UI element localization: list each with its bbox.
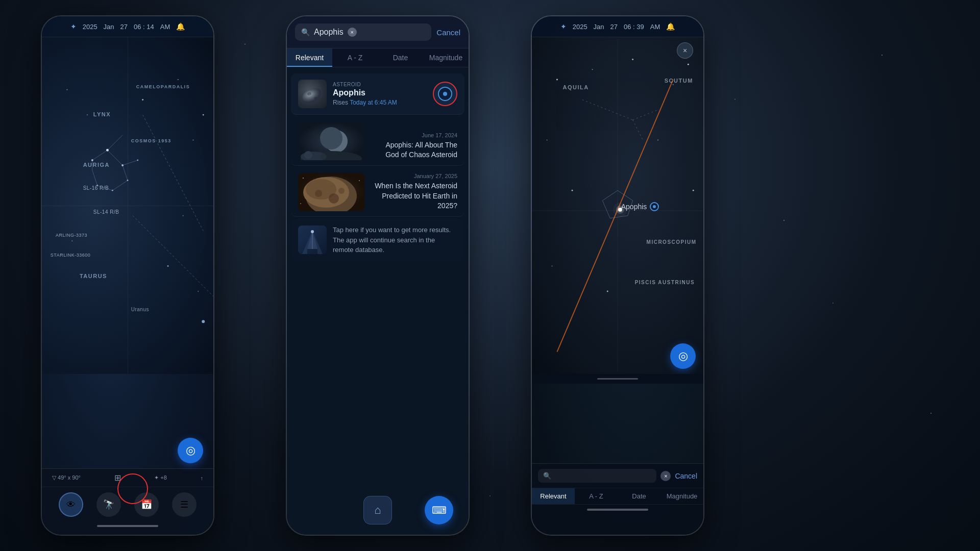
apophis-category: Asteroid (333, 82, 427, 87)
nav-calendar-button[interactable]: 📅 (134, 492, 159, 517)
svg-point-27 (320, 127, 342, 149)
tab-relevant-label: Relevant (296, 54, 324, 62)
right-month: Jan (594, 23, 604, 31)
center-phone: 🔍 Apophis × Cancel Relevant A - Z Date M… (286, 15, 470, 536)
svg-point-12 (87, 114, 88, 115)
right-tab-date-label: Date (632, 492, 646, 500)
clear-icon: × (351, 29, 354, 35)
scroll-bar (597, 378, 638, 380)
svg-line-68 (602, 201, 610, 218)
right-home-indicator (587, 509, 648, 511)
keyboard-icon: ⌨ (432, 504, 447, 516)
right-fab-icon: ◎ (678, 349, 688, 363)
crosshair-horizontal (42, 206, 213, 206)
nav-sky-button[interactable]: 👁 (59, 492, 83, 517)
svg-point-13 (142, 99, 143, 101)
left-sky-map[interactable]: LYNX CAMELOPARDALIS COSMOS 1953 AURIGA S… (42, 37, 213, 374)
svg-point-16 (203, 114, 204, 116)
svg-point-20 (183, 215, 184, 216)
svg-line-1 (122, 160, 138, 165)
right-search-input[interactable]: 🔍 (538, 469, 656, 483)
right-day: 27 (610, 23, 618, 31)
microscopium-label: MICROSCOPIUM (647, 239, 697, 245)
left-bottom-nav: ▽ 49° x 90° ⊞ ✦ +8 ↑ 👁 🔭 📅 ☰ (42, 468, 213, 535)
left-ampm: AM (160, 23, 170, 31)
right-tab-az[interactable]: A - Z (575, 488, 618, 504)
svg-line-2 (143, 115, 204, 231)
tab-magnitude[interactable]: Magnitude (423, 48, 469, 67)
svg-point-40 (359, 180, 360, 181)
rises-time: Today at 6:45 AM (350, 99, 397, 106)
news-item-1[interactable]: June 17, 2024 Apophis: All About The God… (291, 117, 464, 166)
stars-label: ✦ +8 (154, 474, 167, 481)
right-fab-button[interactable]: ◎ (670, 343, 696, 369)
upload-icon: ↑ (200, 475, 203, 481)
svg-point-48 (556, 79, 558, 80)
svg-point-7 (112, 190, 113, 191)
svg-point-55 (657, 140, 658, 141)
right-bell-icon: 🔔 (666, 22, 675, 31)
right-bottom-bar: 🔍 × Cancel Relevant A - Z Date Magnitude (532, 463, 703, 535)
apophis-target-icon (650, 202, 659, 211)
target-center-dot (443, 92, 447, 96)
news-thumb-1 (298, 122, 364, 160)
close-button[interactable]: × (677, 42, 693, 59)
svg-point-51 (673, 84, 674, 85)
tab-az[interactable]: A - Z (332, 48, 378, 67)
home-button[interactable]: ⌂ (363, 496, 392, 524)
sl16-label: SL-16 R/B (83, 185, 109, 191)
tab-az-label: A - Z (348, 54, 363, 62)
right-cancel-button[interactable]: Cancel (675, 472, 697, 480)
starlink-label: STARLINK-33600 (51, 253, 90, 258)
right-tab-magnitude-label: Magnitude (667, 492, 698, 500)
home-indicator (97, 525, 158, 527)
apophis-title: Apophis (333, 88, 427, 97)
right-year: 2025 (573, 23, 587, 31)
asteroid-svg (298, 80, 327, 108)
apophis-result-item[interactable]: Asteroid Apophis Rises Today at 6:45 AM (291, 73, 464, 115)
tab-relevant[interactable]: Relevant (287, 48, 332, 67)
right-sky-view[interactable]: AQUILA SCUTUM MICROSCOPIUM PISCIS AUSTRI… (532, 37, 703, 374)
rises-label: Rises (333, 99, 348, 106)
right-sky-svg (532, 37, 703, 374)
svg-line-3 (133, 216, 213, 317)
tab-date[interactable]: Date (378, 48, 423, 67)
right-tab-date[interactable]: Date (618, 488, 660, 504)
news-date-1: June 17, 2024 (373, 132, 457, 138)
svg-point-21 (202, 320, 205, 323)
search-clear-button[interactable]: × (348, 28, 357, 37)
lynx-label: LYNX (93, 111, 111, 117)
tab-magnitude-label: Magnitude (429, 54, 462, 62)
svg-point-53 (547, 140, 548, 141)
right-search-clear[interactable]: × (660, 471, 671, 481)
location-fab-button[interactable]: ◎ (178, 438, 203, 463)
svg-point-37 (315, 190, 322, 197)
svg-line-0 (107, 135, 122, 151)
left-screen: ✦ 2025 Jan 27 06 : 14 AM 🔔 (42, 16, 213, 535)
right-tab-relevant[interactable]: Relevant (532, 488, 575, 504)
more-results-item[interactable]: Tap here if you want to get more results… (291, 219, 464, 261)
search-input-wrap[interactable]: 🔍 Apophis × (295, 23, 431, 41)
tab-date-label: Date (393, 54, 408, 62)
svg-point-49 (592, 69, 593, 70)
nav-menu-button[interactable]: ☰ (172, 492, 197, 517)
taurus-label: TAURUS (80, 273, 107, 279)
keyboard-button[interactable]: ⌨ (425, 496, 453, 524)
svg-line-64 (602, 190, 618, 201)
svg-point-31 (321, 154, 327, 160)
telescope-nav-icon: 🔭 (103, 499, 114, 510)
target-apophis-button[interactable] (433, 82, 457, 106)
svg-point-5 (106, 149, 109, 152)
corridor-svg (298, 226, 327, 254)
nav-telescope-button[interactable]: 🔭 (96, 492, 121, 517)
apophis-result-content: Asteroid Apophis Rises Today at 6:45 AM (333, 82, 427, 106)
left-status-bar: ✦ 2025 Jan 27 06 : 14 AM 🔔 (42, 16, 213, 37)
svg-line-60 (557, 80, 673, 352)
sl14-label: SL-14 R/B (93, 209, 119, 215)
search-cancel-button[interactable]: Cancel (436, 28, 460, 37)
news-item-2[interactable]: January 27, 2025 When Is the Next Astero… (291, 168, 464, 217)
piscis-austrinus-label: PISCIS AUSTRINUS (635, 280, 695, 285)
right-tab-magnitude[interactable]: Magnitude (660, 488, 703, 504)
location-fab-icon: ◎ (186, 444, 195, 457)
nav-status-bar: ▽ 49° x 90° ⊞ ✦ +8 ↑ (42, 469, 213, 487)
